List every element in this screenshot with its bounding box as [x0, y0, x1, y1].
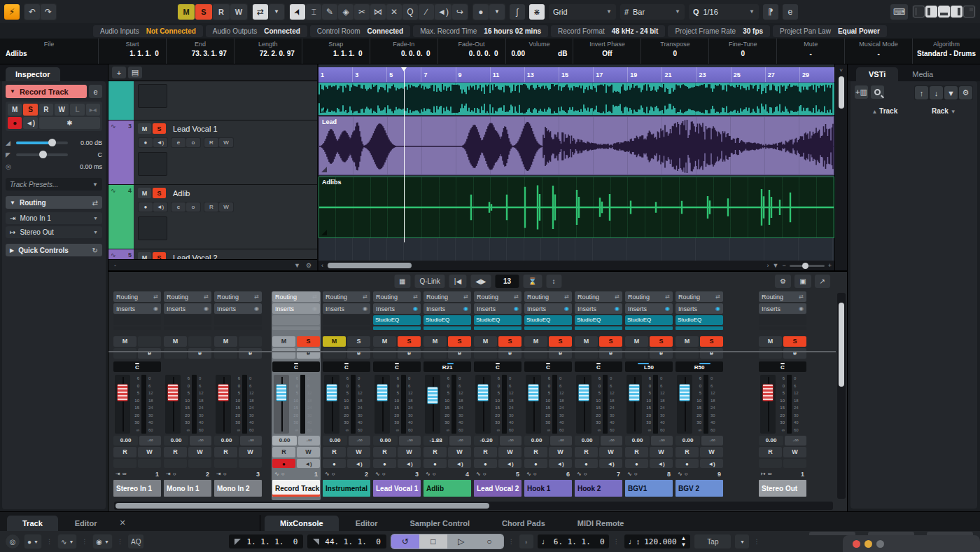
- channel-fader[interactable]: [626, 375, 642, 434]
- channel-strip-stereo-in-1[interactable]: Routing⇄ Inserts◉ M e C 60510152030∞ 061…: [113, 291, 162, 500]
- channel-name[interactable]: Hook 1: [524, 480, 572, 497]
- channel-edit-button[interactable]: e: [239, 348, 262, 359]
- mixer-functions-gear-button[interactable]: ⚙: [775, 275, 791, 288]
- secondary-time-display[interactable]: ♩6. 1. 1. 0: [538, 534, 609, 548]
- channel-fader[interactable]: [324, 375, 340, 434]
- traffic-light-2[interactable]: [876, 540, 884, 548]
- write-automation-button[interactable]: W: [599, 447, 622, 457]
- channel-edit-button[interactable]: e: [347, 348, 370, 359]
- track-freeze-button[interactable]: o: [186, 202, 200, 212]
- vertical-scrollbar[interactable]: ˅: [834, 64, 847, 270]
- inspector-tab[interactable]: Inspector: [6, 67, 60, 81]
- channel-fader[interactable]: [576, 375, 592, 434]
- rack-settings-button[interactable]: ⚙: [959, 86, 972, 99]
- channel-solo-button[interactable]: S: [347, 336, 370, 347]
- peak-value[interactable]: -∞: [785, 436, 806, 446]
- inspector-track-title[interactable]: ▼Record Track: [6, 85, 87, 98]
- inserts-rack-header[interactable]: Inserts◉: [575, 303, 622, 314]
- channel-fader[interactable]: [677, 375, 692, 434]
- volume-slider[interactable]: [16, 142, 68, 144]
- peak-value[interactable]: -∞: [190, 436, 211, 446]
- channel-fader[interactable]: [374, 375, 390, 434]
- mixer-window-button[interactable]: ▣: [794, 275, 811, 288]
- record-enable-button[interactable]: ●: [373, 459, 396, 468]
- inserts-rack-header[interactable]: Inserts◉: [524, 303, 572, 314]
- scroll-right-icon[interactable]: ›: [767, 262, 769, 269]
- track-monitor-button[interactable]: ◄): [153, 138, 167, 147]
- autoscroll-options-button[interactable]: ▼: [269, 4, 284, 20]
- cycle-button[interactable]: ↺: [391, 534, 419, 548]
- record-enable-button[interactable]: ●: [323, 459, 346, 468]
- track-record-enable-button[interactable]: ●: [139, 138, 153, 147]
- global-s-button[interactable]: S: [195, 4, 212, 20]
- routing-rack-header[interactable]: Routing⇄: [575, 291, 622, 302]
- record-enable-button[interactable]: ●: [524, 459, 547, 468]
- track-row[interactable]: ∿4 MSAdlib ●◄) eo RW: [108, 185, 317, 249]
- track-presets-dropdown[interactable]: Track Presets...▼: [6, 178, 102, 191]
- pan-control[interactable]: R50: [676, 361, 723, 372]
- add-track-button[interactable]: +: [112, 67, 126, 78]
- channel-name[interactable]: Stereo Out: [759, 480, 806, 497]
- channel-name[interactable]: Stereo In 1: [113, 480, 161, 497]
- channel-mute-button[interactable]: M: [524, 336, 547, 347]
- fader-value[interactable]: 0.00: [625, 436, 650, 446]
- record-enable-button[interactable]: ●: [676, 459, 699, 468]
- global-m-button[interactable]: M: [178, 4, 195, 20]
- info-field-snap[interactable]: Snap1. 1. 1. 0: [302, 39, 370, 64]
- channel-strip-adlib[interactable]: Routing⇄ Inserts◉ StudioEQ M S e R21 605…: [423, 291, 472, 500]
- open-external-button[interactable]: [963, 6, 975, 18]
- status-item[interactable]: Max. Record Time16 hours 02 mins: [413, 25, 548, 37]
- channel-solo-button[interactable]: S: [783, 336, 806, 347]
- track-write-automation-button[interactable]: W: [219, 138, 233, 147]
- routing-rack-header[interactable]: Routing⇄: [323, 291, 370, 302]
- peak-value[interactable]: -∞: [651, 436, 673, 446]
- pan-control[interactable]: R21: [424, 361, 471, 372]
- write-automation-button[interactable]: W: [297, 447, 320, 457]
- fader-value[interactable]: 0.00: [676, 436, 700, 446]
- channel-solo-button[interactable]: S: [398, 336, 421, 347]
- tempo-spinner[interactable]: ▲▼: [681, 535, 687, 548]
- write-automation-button[interactable]: W: [347, 447, 370, 457]
- channel-edit-button[interactable]: e: [650, 348, 673, 359]
- tool-play[interactable]: ◄): [435, 4, 451, 20]
- track-preset-button[interactable]: ▤: [128, 67, 142, 78]
- scroll-left-icon[interactable]: ‹: [321, 262, 323, 269]
- zone-tab-track[interactable]: Track: [7, 516, 58, 531]
- peak-value[interactable]: -∞: [240, 436, 262, 446]
- channel-name[interactable]: Lead Vocal 2: [474, 480, 522, 497]
- peak-value[interactable]: -∞: [601, 436, 622, 446]
- peak-value[interactable]: -∞: [449, 436, 471, 446]
- delay-value[interactable]: 0.00 ms: [71, 163, 102, 170]
- fader-value[interactable]: -0.20: [474, 436, 498, 446]
- read-automation-button[interactable]: R: [524, 447, 547, 457]
- tool-mute[interactable]: ✕: [386, 4, 402, 20]
- track-name[interactable]: Lead Vocal 1: [173, 125, 218, 133]
- setup-window-layout-button[interactable]: [913, 6, 925, 18]
- routing-rack-header[interactable]: Routing⇄: [474, 291, 522, 302]
- routing-rack-header[interactable]: Routing⇄: [424, 291, 471, 302]
- move-down-button[interactable]: ↓: [930, 86, 943, 99]
- track-write-automation-button[interactable]: W: [219, 202, 233, 212]
- channel-edit-button[interactable]: e: [599, 348, 622, 359]
- channel-scroll-buttons[interactable]: ↕: [546, 275, 561, 288]
- fader-value[interactable]: 0.00: [323, 436, 347, 446]
- inserts-rack-header[interactable]: Inserts◉: [424, 303, 471, 314]
- write-automation-button[interactable]: W: [239, 447, 262, 457]
- traffic-light-0[interactable]: [853, 540, 860, 548]
- insert-slot[interactable]: [272, 315, 320, 325]
- zoom-slider[interactable]: [790, 265, 825, 267]
- routing-rack-header[interactable]: Routing⇄: [214, 291, 262, 302]
- steinberg-hub-button[interactable]: ⚡: [4, 4, 20, 20]
- channel-name[interactable]: BGV1: [625, 480, 673, 497]
- global-w-button[interactable]: W: [230, 4, 247, 20]
- lower-zone-tab-midi-remote[interactable]: MIDI Remote: [562, 516, 640, 531]
- record-button[interactable]: ○: [475, 534, 503, 548]
- pan-control[interactable]: C: [474, 361, 522, 372]
- scroll-up-icon[interactable]: ˅: [839, 67, 843, 74]
- channel-step-button[interactable]: ◀▶: [470, 275, 491, 288]
- vsti-track-section[interactable]: ▲ Track: [872, 107, 897, 115]
- routing-rack-header[interactable]: Routing⇄: [272, 291, 320, 302]
- channel-mute-button[interactable]: M: [113, 336, 136, 347]
- track-solo-button[interactable]: S: [153, 188, 166, 198]
- empty-lane-area[interactable]: [318, 238, 834, 261]
